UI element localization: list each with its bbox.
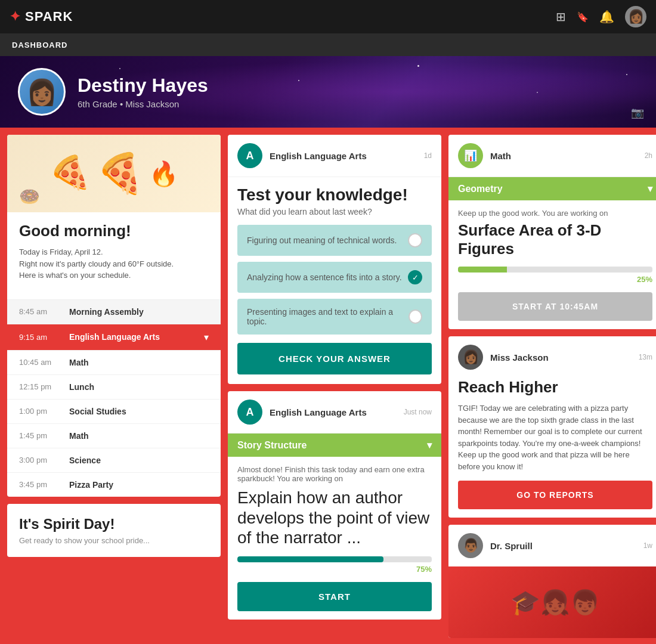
dr-message-image: 🎓👧🏾👦🏾 <box>448 566 656 638</box>
schedule-subject: Pizza Party <box>69 480 209 490</box>
student-avatar: 👩🏾 <box>18 68 66 116</box>
user-avatar[interactable]: 👩🏾 <box>625 6 646 27</box>
teacher-message-text: TGIF! Today we are celebrating with a pi… <box>458 402 652 472</box>
quiz-option-radio-2[interactable]: ✓ <box>408 270 422 284</box>
schedule-subject: Lunch <box>69 382 209 392</box>
story-progress-fill <box>237 556 383 562</box>
schedule-time: 12:15 pm <box>19 382 60 391</box>
teacher-body: Reach Higher TGIF! Today we are celebrat… <box>448 378 656 518</box>
grid-icon[interactable]: ⊞ <box>556 10 566 24</box>
schedule-time: 9:15 am <box>19 333 60 342</box>
geometry-label: Geometry <box>458 184 503 194</box>
schedule-item-ela[interactable]: 9:15 am English Language Arts ▾ <box>7 324 221 350</box>
student-info: Destiny Hayes 6th Grade • Miss Jackson <box>78 75 208 109</box>
story-subject-avatar: A <box>237 400 262 425</box>
dashboard-bar: DASHBOARD <box>0 33 656 56</box>
logo[interactable]: ✦ SPARK <box>10 9 73 24</box>
schedule-time: 8:45 am <box>19 307 60 316</box>
math-chevron-icon: ▾ <box>648 183 652 194</box>
math-card-header: 📊 Math 2h <box>448 135 656 177</box>
camera-icon[interactable]: 📷 <box>631 106 644 119</box>
quiz-option-text: Analyzing how a sentence fits into a sto… <box>247 273 402 282</box>
quiz-header-info: English Language Arts <box>270 151 417 161</box>
story-progress-bar <box>237 556 432 562</box>
math-progress-label: 25% <box>458 275 652 284</box>
math-card: 📊 Math 2h Geometry ▾ Keep up the good wo… <box>448 135 656 329</box>
quiz-card-header: A English Language Arts 1d <box>228 135 441 177</box>
story-chevron-icon: ▾ <box>427 439 432 451</box>
spirit-day-card: It's Spirit Day! Get ready to show your … <box>7 504 221 557</box>
schedule-item-math2[interactable]: 1:45 pm Math <box>7 423 221 448</box>
main-content: 🍕 🍕 🔥 🍩 Good morning! Today is Friday, A… <box>0 128 656 644</box>
student-name: Destiny Hayes <box>78 75 208 97</box>
story-header-info: English Language Arts <box>270 407 397 417</box>
schedule-time: 1:45 pm <box>19 431 60 440</box>
pizza-icon: 🍕 <box>46 151 93 196</box>
schedule-card: 🍕 🍕 🔥 🍩 Good morning! Today is Friday, A… <box>7 135 221 497</box>
schedule-subject: Science <box>69 456 209 465</box>
teacher-time-ago: 13m <box>639 353 652 361</box>
story-body: Almost done! Finish this task today and … <box>228 457 441 620</box>
spirit-day-title: It's Spirit Day! <box>19 516 209 532</box>
quiz-options: Figuring out meaning of technical words.… <box>228 225 441 343</box>
quiz-subtitle: What did you learn about last week? <box>228 207 441 225</box>
story-start-button[interactable]: START <box>237 582 432 611</box>
dr-avatar: 👨🏾 <box>458 533 483 558</box>
teacher-avatar: 👩🏾 <box>458 345 483 370</box>
quiz-option-3[interactable]: Presenting images and text to explain a … <box>237 299 432 335</box>
math-subject-bar[interactable]: Geometry ▾ <box>448 177 656 200</box>
user-avatar-emoji: 👩🏾 <box>628 9 644 24</box>
quiz-option-radio-3[interactable] <box>409 309 422 324</box>
story-almost-text: Almost done! Finish this task today and … <box>237 465 432 483</box>
quiz-subject-label: English Language Arts <box>270 151 417 161</box>
story-card: A English Language Arts Just now Story S… <box>228 391 441 620</box>
go-to-reports-button[interactable]: GO TO REPORTS <box>458 481 652 509</box>
story-subject-bar[interactable]: Story Structure ▾ <box>228 434 441 457</box>
schedule-item-math[interactable]: 10:45 am Math <box>7 350 221 374</box>
schedule-subject: Morning Assembly <box>69 307 209 317</box>
dr-time-ago: 1w <box>643 541 652 550</box>
top-navigation: ✦ SPARK ⊞ 🔖 🔔 👩🏾 <box>0 0 656 33</box>
schedule-subject: Math <box>69 431 209 441</box>
schedule-item-science[interactable]: 3:00 pm Science <box>7 448 221 472</box>
schedule-item-lunch[interactable]: 12:15 pm Lunch <box>7 374 221 399</box>
middle-column: A English Language Arts 1d Test your kno… <box>228 135 441 644</box>
quiz-option-radio-1[interactable] <box>408 233 422 247</box>
student-grade-teacher: 6th Grade • Miss Jackson <box>78 99 208 109</box>
schedule-item-pizza-party[interactable]: 3:45 pm Pizza Party <box>7 472 221 497</box>
check-answer-button[interactable]: CHECK YOUR ANSWER <box>237 343 432 374</box>
student-avatar-emoji: 👩🏾 <box>26 78 57 107</box>
dashboard-label: DASHBOARD <box>12 41 68 49</box>
hero-banner: 👩🏾 Destiny Hayes 6th Grade • Miss Jackso… <box>0 56 656 128</box>
right-column: 📊 Math 2h Geometry ▾ Keep up the good wo… <box>448 135 656 644</box>
schedule-item-morning-assembly[interactable]: 8:45 am Morning Assembly <box>7 299 221 324</box>
greeting-text: Good morning! <box>19 222 209 240</box>
schedule-list: 8:45 am Morning Assembly 9:15 am English… <box>7 299 221 497</box>
story-main-text: Explain how an author develops the point… <box>237 488 432 548</box>
math-time-ago: 2h <box>645 151 652 160</box>
nav-right: ⊞ 🔖 🔔 👩🏾 <box>556 6 646 27</box>
dr-spruill-card: 👨🏾 Dr. Spruill 1w 🎓👧🏾👦🏾 <box>448 525 656 638</box>
schedule-time: 10:45 am <box>19 358 60 367</box>
bell-icon[interactable]: 🔔 <box>599 10 614 24</box>
story-time-ago: Just now <box>404 408 432 416</box>
bookmark-icon[interactable]: 🔖 <box>577 11 589 23</box>
schedule-time: 3:45 pm <box>19 480 60 489</box>
left-column: 🍕 🍕 🔥 🍩 Good morning! Today is Friday, A… <box>7 135 221 644</box>
quiz-option-2[interactable]: Analyzing how a sentence fits into a sto… <box>237 262 432 293</box>
chevron-down-icon: ▾ <box>204 332 209 343</box>
math-subject-avatar: 📊 <box>458 143 483 168</box>
spirit-day-subtitle: Get ready to show your school pride... <box>19 536 209 545</box>
logo-star-icon: ✦ <box>10 9 20 24</box>
logo-text: SPARK <box>25 9 73 24</box>
teacher-name: Miss Jackson <box>490 352 632 363</box>
fire-icon: 🔥 <box>148 158 180 188</box>
schedule-subject: Math <box>69 358 209 367</box>
quiz-time-ago: 1d <box>424 151 432 160</box>
quiz-option-1[interactable]: Figuring out meaning of technical words. <box>237 225 432 256</box>
math-start-button[interactable]: START AT 10:45AM <box>458 292 652 321</box>
schedule-time: 1:00 pm <box>19 407 60 416</box>
story-card-header: A English Language Arts Just now <box>228 391 441 434</box>
story-subject-label: English Language Arts <box>270 407 397 417</box>
schedule-item-social-studies[interactable]: 1:00 pm Social Studies <box>7 399 221 423</box>
